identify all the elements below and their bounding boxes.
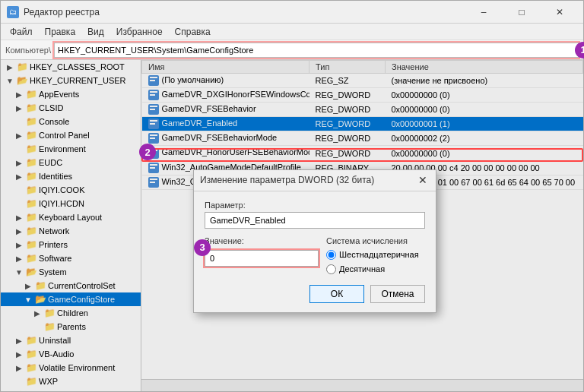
- dialog-overlay: Изменение параметра DWORD (32 бита) ✕ Па…: [1, 60, 583, 391]
- dialog-row: Значение: 3 Система исчисления: [205, 236, 425, 274]
- address-label: Компьютер\: [5, 46, 51, 55]
- system-label: Система исчисления: [326, 236, 425, 245]
- value-input-wrapper: 3: [205, 250, 319, 267]
- menu-file[interactable]: Файл: [4, 25, 39, 39]
- dword-dialog: Изменение параметра DWORD (32 бита) ✕ Па…: [193, 169, 436, 313]
- window-title: Редактор реестра: [24, 7, 100, 17]
- dialog-right: Система исчисления Шестнадцатеричная Дес…: [326, 236, 425, 274]
- menu-favorites[interactable]: Избранное: [110, 25, 169, 39]
- value-label: Значение:: [205, 236, 319, 245]
- window-controls: – □ ✕: [466, 1, 577, 24]
- radio-hex[interactable]: [326, 250, 336, 260]
- menu-help[interactable]: Справка: [169, 25, 217, 39]
- title-bar-left: 🗂 Редактор реестра: [7, 6, 100, 18]
- maximize-button[interactable]: □: [504, 1, 539, 24]
- close-button[interactable]: ✕: [542, 1, 577, 24]
- radio-dec-text: Десятичная: [339, 264, 385, 273]
- radio-hex-label[interactable]: Шестнадцатеричная: [326, 250, 425, 260]
- menu-edit[interactable]: Правка: [39, 25, 82, 39]
- address-bar: Компьютер\ 1: [1, 40, 583, 60]
- address-input[interactable]: [54, 43, 579, 58]
- dialog-close-button[interactable]: ✕: [416, 173, 430, 187]
- minimize-button[interactable]: –: [466, 1, 501, 24]
- registry-editor-window: 🗂 Редактор реестра – □ ✕ Файл Правка Вид…: [0, 0, 584, 392]
- dialog-title: Изменение параметра DWORD (32 бита): [200, 175, 374, 185]
- menu-view[interactable]: Вид: [81, 25, 110, 39]
- title-bar: 🗂 Редактор реестра – □ ✕: [1, 1, 583, 24]
- radio-dec[interactable]: [326, 264, 336, 274]
- dialog-buttons: ОК Отмена: [205, 285, 425, 303]
- dialog-left: Значение: 3: [205, 236, 319, 274]
- main-wrapper: ▶ 📁 HKEY_CLASSES_ROOT ▼ 📂 HKEY_CURRENT_U…: [1, 60, 583, 391]
- dialog-body: Параметр: Значение: 3 Система: [194, 191, 436, 312]
- ok-button[interactable]: ОК: [309, 285, 364, 303]
- value-input[interactable]: [205, 250, 319, 267]
- param-input: [205, 212, 425, 229]
- app-icon: 🗂: [7, 6, 19, 18]
- radio-hex-text: Шестнадцатеричная: [339, 250, 419, 259]
- menu-bar: Файл Правка Вид Избранное Справка: [1, 24, 583, 40]
- radio-dec-label[interactable]: Десятичная: [326, 264, 425, 274]
- cancel-button[interactable]: Отмена: [370, 285, 425, 303]
- radio-group: Шестнадцатеричная Десятичная: [326, 250, 425, 274]
- param-label: Параметр:: [205, 201, 425, 210]
- dialog-title-bar: Изменение параметра DWORD (32 бита) ✕: [194, 170, 436, 191]
